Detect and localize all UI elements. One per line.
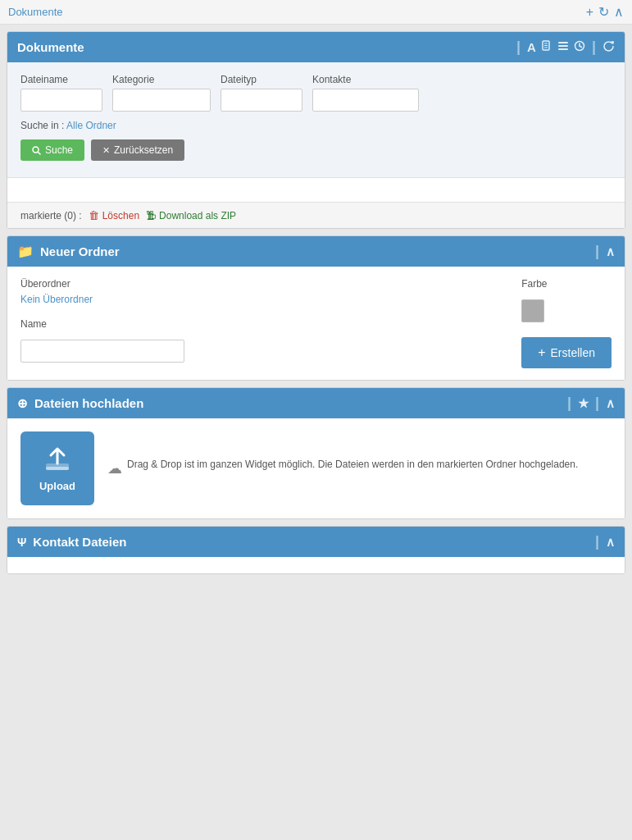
- dateien-hochladen-title: Dateien hochladen: [34, 396, 143, 410]
- dateityp-label: Dateityp: [221, 74, 302, 85]
- kontakt-header-sep: |: [595, 533, 599, 550]
- kategorie-input[interactable]: [112, 89, 211, 112]
- upload-header-sep-2: |: [595, 395, 599, 412]
- download-zip-button[interactable]: 🗜 Download als ZIP: [146, 210, 236, 221]
- dateien-hochladen-header: ⊕ Dateien hochladen | ★ | ∧: [7, 388, 625, 418]
- marked-bar: markierte (0) : 🗑 Löschen 🗜 Download als…: [7, 202, 625, 228]
- svg-rect-5: [558, 45, 568, 47]
- upload-body: Upload ☁ Drag & Drop ist im ganzen Widge…: [7, 418, 625, 518]
- upload-button[interactable]: Upload: [20, 431, 94, 505]
- svg-point-10: [33, 147, 39, 153]
- dokumente-header: Dokumente | A: [7, 32, 625, 62]
- header-separator: |: [516, 39, 521, 56]
- ordner-form: Überordner Kein Überordner Name Farbe + …: [20, 278, 612, 368]
- kontakt-collapse-icon[interactable]: ∧: [606, 535, 615, 550]
- ordner-left: Überordner Kein Überordner Name: [20, 278, 489, 363]
- marked-label: markierte (0) :: [20, 210, 82, 221]
- header-separator-2: |: [592, 39, 596, 56]
- top-bar-refresh-icon[interactable]: ↻: [598, 4, 609, 20]
- reset-button[interactable]: ✕ Zurücksetzen: [91, 139, 184, 161]
- top-bar-actions: + ↻ ∧: [586, 4, 624, 20]
- svg-rect-4: [558, 42, 568, 43]
- farbe-label: Farbe: [521, 278, 612, 290]
- dokumente-body: Dateiname Kategorie Dateityp Kontakte Su…: [7, 62, 625, 177]
- top-bar-add-icon[interactable]: +: [586, 5, 593, 20]
- svg-rect-6: [558, 48, 568, 50]
- search-in-link[interactable]: Alle Ordner: [66, 120, 116, 131]
- top-bar-collapse-icon[interactable]: ∧: [614, 4, 624, 20]
- dateiname-label: Dateiname: [20, 74, 102, 85]
- neuer-ordner-section: 📁 Neuer Ordner | ∧ Überordner Kein Übero…: [7, 235, 625, 381]
- kein-ueberordner-link[interactable]: Kein Überordner: [20, 294, 93, 305]
- dokumente-header-title: Dokumente: [17, 40, 84, 54]
- upload-area: Upload ☁ Drag & Drop ist im ganzen Widge…: [20, 431, 612, 505]
- upload-circle-icon: ⊕: [17, 396, 28, 411]
- kontakt-dateien-section: Ψ Kontakt Dateien | ∧: [7, 526, 625, 574]
- upload-header-sep: |: [567, 395, 571, 412]
- search-button[interactable]: Suche: [20, 139, 84, 161]
- name-label: Name: [20, 318, 489, 330]
- results-area: [7, 177, 625, 202]
- erstellen-plus-icon: +: [538, 345, 545, 360]
- zip-icon: 🗜: [146, 210, 156, 221]
- loeschen-button[interactable]: 🗑 Löschen: [89, 209, 139, 221]
- dateiname-input[interactable]: [20, 89, 102, 112]
- ordner-header-sep: |: [595, 243, 599, 260]
- dokumente-section: Dokumente | A: [7, 31, 625, 229]
- top-bar-title: Dokumente: [8, 6, 62, 18]
- ueberordner-label: Überordner: [20, 278, 489, 290]
- ordner-body: Überordner Kein Überordner Name Farbe + …: [7, 267, 625, 380]
- upload-star-icon[interactable]: ★: [578, 396, 589, 411]
- folder-icon: 📁: [17, 244, 34, 259]
- kontakt-body: [7, 557, 625, 573]
- toolbar-a-icon[interactable]: A: [527, 40, 536, 54]
- dateiname-field: Dateiname: [20, 74, 102, 112]
- ordner-right: Farbe + Erstellen: [521, 278, 612, 368]
- ordner-collapse-icon[interactable]: ∧: [606, 244, 615, 259]
- cloud-icon: ☁: [107, 458, 122, 480]
- dateien-hochladen-section: ⊕ Dateien hochladen | ★ | ∧ Upload ☁ Dra…: [7, 387, 625, 519]
- erstellen-button[interactable]: + Erstellen: [521, 337, 612, 368]
- kategorie-field: Kategorie: [112, 74, 211, 112]
- kontakte-label: Kontakte: [312, 74, 419, 85]
- svg-line-11: [39, 152, 41, 154]
- search-icon: [32, 146, 41, 155]
- upload-arrow-icon: [43, 445, 72, 475]
- kontakt-dateien-title: Kontakt Dateien: [33, 535, 126, 549]
- filter-row: Dateiname Kategorie Dateityp Kontakte: [20, 74, 612, 112]
- svg-line-9: [580, 46, 582, 48]
- color-swatch[interactable]: [521, 299, 544, 322]
- kategorie-label: Kategorie: [112, 74, 211, 85]
- trash-icon: 🗑: [89, 209, 99, 221]
- toolbar-refresh-icon[interactable]: [602, 40, 615, 55]
- fork-icon: Ψ: [17, 536, 26, 549]
- reset-x-icon: ✕: [102, 145, 110, 156]
- search-in-label: Suche in :: [20, 120, 64, 131]
- upload-collapse-icon[interactable]: ∧: [606, 396, 615, 411]
- dateityp-input[interactable]: [221, 89, 302, 112]
- button-row: Suche ✕ Zurücksetzen: [20, 139, 612, 161]
- dateityp-field: Dateityp: [221, 74, 302, 112]
- neuer-ordner-header: 📁 Neuer Ordner | ∧: [7, 236, 625, 267]
- toolbar-clock-icon[interactable]: [574, 40, 585, 54]
- svg-rect-13: [46, 467, 69, 470]
- top-bar: Dokumente + ↻ ∧: [0, 0, 632, 25]
- name-input[interactable]: [20, 340, 184, 363]
- kontakte-input[interactable]: [312, 89, 419, 112]
- neuer-ordner-title: Neuer Ordner: [40, 244, 120, 258]
- toolbar-doc-icon[interactable]: [541, 40, 552, 54]
- search-in-row: Suche in : Alle Ordner: [20, 120, 612, 131]
- kontakt-dateien-header: Ψ Kontakt Dateien | ∧: [7, 527, 625, 557]
- toolbar-list-icon[interactable]: [557, 40, 569, 54]
- upload-hint: ☁ Drag & Drop ist im ganzen Widget mögli…: [107, 457, 578, 480]
- kontakte-field: Kontakte: [312, 74, 419, 112]
